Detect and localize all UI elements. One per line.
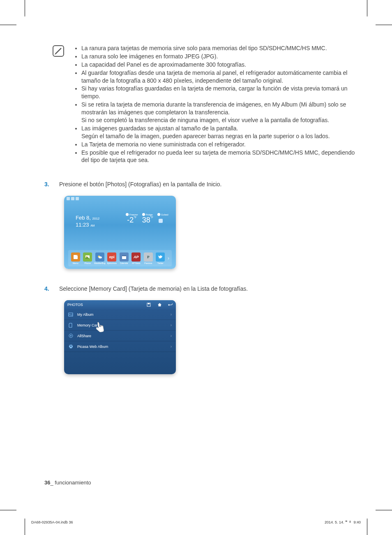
freezer-temp-value: -2°F — [126, 216, 138, 225]
pandora-icon: P — [144, 252, 153, 262]
photos-row-myalbum[interactable]: My Album › — [64, 309, 176, 320]
section-name: funcionamiento — [55, 479, 91, 486]
footer-sep: _ — [50, 479, 53, 486]
home-screen-screenshot: Feb 8, 2012 11:23 AM Freezer -2°F — [64, 196, 176, 269]
page-number: 36 — [44, 479, 50, 486]
cubed-ice: Cubed — [157, 213, 168, 225]
note-item: La Tarjeta de memoria no viene suministr… — [81, 141, 355, 148]
app-epicurious[interactable]: epi Epicurious — [106, 252, 118, 264]
photos-title: PHOTOS — [67, 303, 83, 307]
note-item: Las imágenes guardadas se ajustan al tam… — [81, 125, 355, 140]
photos-header: PHOTOS — [64, 300, 176, 309]
apnews-icon: AP — [131, 252, 141, 262]
row-label: My Album — [77, 313, 94, 317]
row-label: Picasa Web Album — [77, 345, 108, 349]
app-label: Epicurious — [107, 262, 117, 264]
notes-block: La ranura para tarjetas de memoria sirve… — [44, 44, 355, 164]
svg-rect-0 — [159, 219, 163, 223]
app-calendar[interactable]: Calendar — [118, 252, 129, 264]
calendar-icon — [120, 252, 129, 262]
cubed-icon — [157, 218, 164, 224]
fridge-temp-text: 38 — [142, 216, 150, 224]
step-number: 3. — [44, 181, 53, 188]
sound-icon — [71, 197, 74, 200]
twitter-icon — [156, 252, 165, 262]
page-content: La ranura para tarjetas de memoria sirve… — [44, 44, 355, 502]
temperature-widgets: Freezer -2°F Fridge 38°F Cubed — [126, 213, 168, 225]
step-number: 4. — [44, 285, 53, 292]
note-item: Si se retira la tarjeta de memoria duran… — [81, 101, 355, 124]
ampm-text: AM — [90, 224, 95, 227]
note-item: Si hay varias fotografías guardadas en l… — [81, 85, 355, 100]
app-label: Memo — [73, 262, 78, 264]
print-footer: DA68-02935A-04.indb 36 2014. 5. 14. ᄑᄒ 9… — [31, 520, 361, 524]
cubed-check-icon — [157, 213, 160, 216]
photos-row-memorycard[interactable]: Memory Card › — [64, 320, 176, 331]
freezer-label-text: Freezer — [129, 213, 138, 216]
note-icon — [53, 45, 64, 57]
app-twitter[interactable]: Twitter — [155, 252, 166, 264]
app-label: Twitter — [157, 262, 164, 264]
photos-row-picasa[interactable]: Picasa Web Album › — [64, 341, 176, 352]
header-icons — [146, 302, 173, 307]
note-item: La ranura solo lee imágenes en formato J… — [81, 53, 355, 60]
app-weather[interactable]: WeatherBug — [94, 252, 106, 264]
app-dock: Memo Photos WeatherBug epi Epicurious — [68, 250, 172, 266]
allshare-icon — [68, 334, 73, 338]
app-photos[interactable]: Photos — [82, 252, 93, 264]
notes-list: La ranura para tarjetas de memoria sirve… — [68, 44, 355, 164]
freezer-temp-unit: °F — [134, 216, 136, 219]
note-item: La ranura para tarjetas de memoria sirve… — [81, 44, 355, 52]
note-item: Al guardar fotografías desde una tarjeta… — [81, 69, 355, 85]
fridge-temp-value: 38°F — [142, 216, 153, 225]
page-footer: 36_ funcionamiento — [44, 479, 91, 486]
dock-more-icon[interactable]: › — [167, 255, 170, 261]
fridge-temp: Fridge 38°F — [142, 213, 153, 225]
print-file: DA68-02935A-04.indb 36 — [31, 520, 73, 524]
save-icon[interactable] — [146, 302, 151, 307]
step-4: 4. Seleccione [Memory Card] (Tarjeta de … — [44, 285, 355, 292]
svg-rect-7 — [122, 255, 126, 256]
svg-rect-9 — [148, 303, 150, 304]
weather-icon — [95, 252, 104, 262]
sdcard-icon — [68, 323, 73, 327]
home-icon[interactable] — [157, 302, 162, 307]
time-text: 11:23 — [76, 222, 89, 228]
freezer-temp: Freezer -2°F — [126, 213, 138, 225]
freezer-temp-text: -2 — [127, 216, 134, 224]
picasa-icon — [68, 345, 73, 349]
photos-row-allshare[interactable]: AllShare › — [64, 331, 176, 341]
row-label: AllShare — [77, 334, 91, 338]
chevron-right-icon: › — [171, 323, 172, 327]
app-label: WeatherBug — [94, 262, 106, 264]
time-value: 11:23 AM — [76, 222, 99, 228]
print-timestamp: 2014. 5. 14. ᄑᄒ 9:40 — [325, 520, 361, 524]
step-text: Presione el botón [Photos] (Fotografías)… — [59, 181, 221, 188]
app-memo[interactable]: Memo — [70, 252, 81, 264]
year-text: 2012 — [92, 217, 99, 220]
step-3: 3. Presione el botón [Photos] (Fotografí… — [44, 181, 355, 188]
step-text: Seleccione [Memory Card] (Tarjeta de mem… — [59, 285, 248, 292]
note-item: La capacidad del Panel es de aproximadam… — [81, 61, 355, 69]
fridge-label-text: Fridge — [146, 213, 153, 216]
cursor-icon — [94, 321, 106, 336]
chevron-right-icon: › — [171, 312, 172, 317]
memo-icon — [71, 252, 80, 262]
fridge-temp-unit: °F — [150, 216, 153, 219]
photos-list-screenshot: PHOTOS My Album › — [64, 300, 176, 374]
note-item: Es posible que el refrigerador no pueda … — [81, 149, 355, 164]
chevron-right-icon: › — [171, 334, 172, 338]
chevron-right-icon: › — [171, 344, 172, 349]
svg-point-12 — [70, 335, 71, 336]
back-icon[interactable] — [168, 302, 173, 307]
app-apnews[interactable]: AP AP News — [131, 252, 142, 264]
svg-point-5 — [99, 256, 102, 258]
app-label: Calendar — [120, 262, 128, 264]
freezer-icon — [126, 213, 129, 216]
photos-icon — [83, 252, 92, 262]
app-pandora[interactable]: P Pandora — [143, 252, 154, 264]
date-value: Feb 8, 2012 — [76, 215, 99, 221]
album-icon — [68, 313, 73, 317]
wifi-icon — [67, 197, 70, 200]
cubed-label-text: Cubed — [161, 213, 168, 216]
